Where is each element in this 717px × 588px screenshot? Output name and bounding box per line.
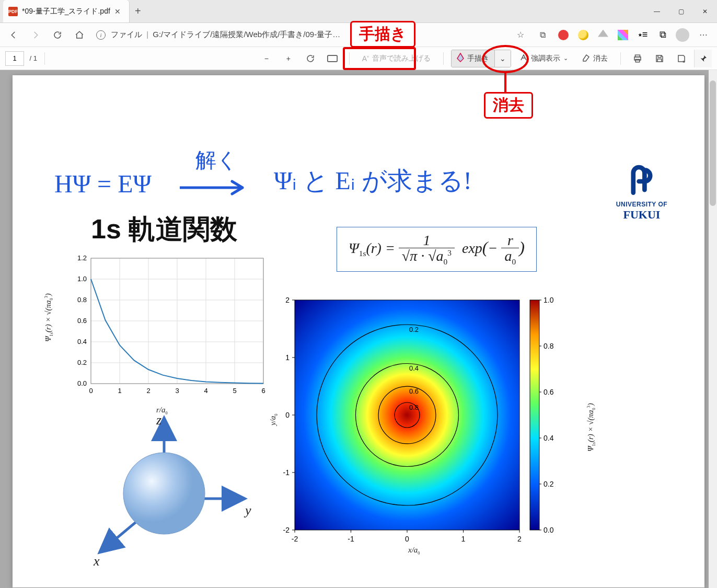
svg-text:0.6: 0.6 [409,387,419,395]
svg-text:0: 0 [89,387,92,395]
extension-color-icon[interactable] [614,26,632,44]
erase-button[interactable]: 消去 [576,50,613,67]
fukui-logo-icon [628,164,656,199]
nav-home-button[interactable] [69,25,90,45]
svg-text:0.6: 0.6 [543,388,554,396]
zoom-in-button[interactable]: + [279,50,298,67]
page-number-input[interactable] [5,51,24,66]
ink-equation: HΨ = EΨ [54,169,152,198]
svg-rect-0 [328,55,337,62]
nav-reload-button[interactable] [47,25,68,45]
svg-text:1.0: 1.0 [77,275,87,283]
svg-text:0.8: 0.8 [543,342,554,350]
pdf-viewport[interactable]: HΨ = EΨ 解く Ψᵢ と Eᵢ が求まる! 1s 軌道関数 UNIVERS… [0,70,717,588]
svg-text:0.2: 0.2 [543,480,554,488]
nav-back-button[interactable] [3,25,24,45]
site-info-icon[interactable]: i [96,30,106,40]
callout-draw-ring [343,47,416,70]
zoom-out-button[interactable]: − [257,50,276,67]
address-path: G:/マイドライブ/遠隔授業/Web作成/手書き/09-量子… [153,30,340,39]
svg-text:-1: -1 [348,535,354,543]
window-titlebar: PDF *09-量子工学_スライド.pdf ✕ + — ▢ ✕ [0,0,717,23]
svg-text:0.2: 0.2 [77,359,87,366]
callout-draw: 手描き [350,21,415,48]
svg-text:1.2: 1.2 [77,254,87,262]
svg-text:2: 2 [285,296,290,304]
heat-xlabel: x/a0 [408,546,420,556]
address-field[interactable]: i ファイル | G:/マイドライブ/遠隔授業/Web作成/手書き/09-量子… [96,30,504,40]
extension-trendmicro-icon[interactable] [554,26,573,44]
vertical-scrollbar[interactable] [709,70,717,588]
svg-text:0.4: 0.4 [409,364,419,372]
svg-text:0.0: 0.0 [77,379,87,387]
favorites-list-button[interactable]: ⭑≡ [633,26,652,44]
page-total: / 1 [29,54,37,62]
equation-box: Ψ1s(r) = 1 √π · √a03 exp⁠(− r a0 ) [337,227,537,272]
chevron-down-icon: ⌄ [563,55,568,62]
extension-generic-icon[interactable] [574,26,593,44]
pdf-icon: PDF [8,7,18,16]
svg-text:0.4: 0.4 [77,338,87,345]
svg-text:1: 1 [461,535,466,543]
collections2-button[interactable]: ⧉ [653,26,672,44]
svg-point-36 [123,453,205,534]
svg-text:1: 1 [285,353,290,362]
browser-tab[interactable]: PDF *09-量子工学_スライド.pdf ✕ [3,0,130,22]
save-button[interactable] [650,50,669,67]
highlight-label: 強調表示 [531,54,560,63]
rotate-button[interactable] [301,50,320,67]
svg-text:1.0: 1.0 [543,296,554,304]
svg-text:4: 4 [204,387,207,395]
page-number-group: / 1 [5,51,37,66]
callout-erase-connector [504,73,506,93]
svg-text:-1: -1 [283,468,290,477]
university-logo: UNIVERSITY OF FUKUI [610,164,673,222]
nav-forward-button[interactable] [25,25,46,45]
extension-drive-icon[interactable] [594,26,612,44]
ink-arrow-label: 解く [195,146,238,175]
svg-rect-37 [295,300,519,530]
svg-text:-2: -2 [283,526,290,534]
axis-z: z [156,412,161,428]
window-minimize-button[interactable]: — [645,0,669,22]
overflow-menu-button[interactable]: ⋯ [693,25,714,45]
svg-text:0.0: 0.0 [543,526,554,534]
svg-text:0.8: 0.8 [409,403,419,411]
line-ylabel: Ψ1s(r) × √(πa03) [44,293,54,342]
heat-clabel: Ψ1s(r) × √(πa03) [586,403,596,452]
heat-ylabel: y/a0 [269,414,279,425]
svg-text:0.2: 0.2 [409,326,419,333]
callout-erase-ring [482,45,529,73]
callout-erase: 消去 [484,92,533,119]
svg-text:2: 2 [146,387,150,395]
fit-page-button[interactable] [323,50,342,67]
axis-x: x [94,554,100,569]
pin-toolbar-button[interactable] [694,50,712,67]
new-tab-button[interactable]: + [130,5,146,17]
ink-result: Ψᵢ と Eᵢ が求まる! [274,164,472,198]
svg-text:0.6: 0.6 [77,317,87,325]
eraser-icon [582,53,590,63]
uni-text-2: FUKUI [610,208,673,222]
uni-text-1: UNIVERSITY OF [610,201,673,208]
scrollbar-thumb[interactable] [710,80,716,206]
favorite-button[interactable]: ☆ [510,25,531,45]
window-maximize-button[interactable]: ▢ [669,0,693,22]
slide-title: 1s 軌道関数 [91,211,237,248]
profile-avatar[interactable] [673,26,692,44]
window-close-button[interactable]: ✕ [693,0,717,22]
svg-text:1: 1 [118,387,121,395]
svg-text:3: 3 [175,387,179,395]
svg-text:0: 0 [285,411,290,419]
svg-text:5: 5 [233,387,236,395]
save-as-button[interactable] [672,50,691,67]
axis-y: y [245,503,251,518]
ink-arrow [180,175,258,201]
svg-text:-2: -2 [292,535,298,543]
svg-text:0: 0 [405,535,409,543]
pen-icon [457,53,464,64]
close-tab-icon[interactable]: ✕ [114,7,121,16]
collections-button[interactable]: ⧉ [532,25,553,45]
print-button[interactable] [628,50,647,67]
erase-label: 消去 [593,54,608,63]
